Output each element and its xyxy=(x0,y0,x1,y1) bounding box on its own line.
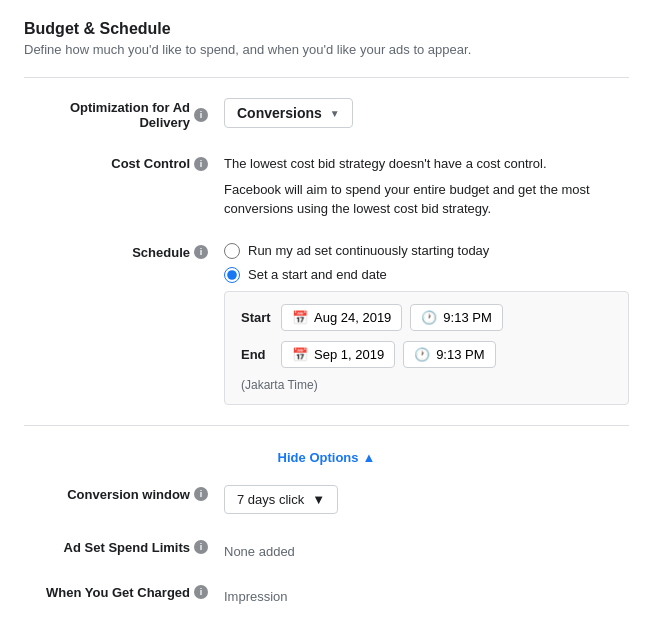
start-clock-icon: 🕐 xyxy=(421,310,437,325)
cost-control-content: The lowest cost bid strategy doesn't hav… xyxy=(224,150,629,219)
schedule-option-dates[interactable]: Set a start and end date xyxy=(224,267,629,283)
end-calendar-icon: 📅 xyxy=(292,347,308,362)
section-title: Budget & Schedule xyxy=(24,20,629,38)
optimization-label: Optimization for Ad Delivery i xyxy=(24,94,224,130)
conversion-window-arrow: ▼ xyxy=(312,492,325,507)
conversion-window-label: Conversion window i xyxy=(24,481,224,502)
optimization-dropdown[interactable]: Conversions ▼ xyxy=(224,98,353,128)
hide-options-row: Hide Options ▲ xyxy=(24,442,629,481)
hide-options-arrow: ▲ xyxy=(363,450,376,465)
ad-spend-limits-label: Ad Set Spend Limits i xyxy=(24,534,224,555)
middle-divider xyxy=(24,425,629,426)
cost-control-text: The lowest cost bid strategy doesn't hav… xyxy=(224,154,629,219)
end-date-row: End 📅 Sep 1, 2019 🕐 9:13 PM xyxy=(241,341,612,368)
main-container: Budget & Schedule Define how much you'd … xyxy=(0,0,653,624)
top-divider xyxy=(24,77,629,78)
start-calendar-icon: 📅 xyxy=(292,310,308,325)
cost-control-row: Cost Control i The lowest cost bid strat… xyxy=(24,150,629,219)
conversion-window-row: Conversion window i 7 days click ▼ xyxy=(24,481,629,514)
optimization-info-icon[interactable]: i xyxy=(194,108,208,122)
cost-control-info-icon[interactable]: i xyxy=(194,157,208,171)
conversion-window-dropdown[interactable]: 7 days click ▼ xyxy=(224,485,338,514)
timezone-note: (Jakarta Time) xyxy=(241,378,612,392)
end-label: End xyxy=(241,347,281,362)
cost-control-label: Cost Control i xyxy=(24,150,224,171)
start-date-field[interactable]: 📅 Aug 24, 2019 xyxy=(281,304,402,331)
schedule-option-continuous[interactable]: Run my ad set continuously starting toda… xyxy=(224,243,629,259)
optimization-dropdown-arrow: ▼ xyxy=(330,108,340,119)
when-charged-label: When You Get Charged i xyxy=(24,579,224,600)
schedule-date-box: Start 📅 Aug 24, 2019 🕐 9:13 PM End 📅 Sep… xyxy=(224,291,629,405)
conversion-window-info-icon[interactable]: i xyxy=(194,487,208,501)
conversion-window-content: 7 days click ▼ xyxy=(224,481,629,514)
schedule-label: Schedule i xyxy=(24,239,224,260)
schedule-content: Run my ad set continuously starting toda… xyxy=(224,239,629,405)
ad-spend-limits-value: None added xyxy=(224,538,629,559)
schedule-info-icon[interactable]: i xyxy=(194,245,208,259)
section-header: Budget & Schedule Define how much you'd … xyxy=(24,20,629,57)
start-label: Start xyxy=(241,310,281,325)
schedule-row: Schedule i Run my ad set continuously st… xyxy=(24,239,629,405)
when-charged-info-icon[interactable]: i xyxy=(194,585,208,599)
ad-spend-limits-content: None added xyxy=(224,534,629,559)
when-charged-value: Impression xyxy=(224,583,629,604)
schedule-dates-radio[interactable] xyxy=(224,267,240,283)
ad-spend-limits-info-icon[interactable]: i xyxy=(194,540,208,554)
start-date-row: Start 📅 Aug 24, 2019 🕐 9:13 PM xyxy=(241,304,612,331)
hide-options-link[interactable]: Hide Options ▲ xyxy=(278,450,376,465)
start-time-field[interactable]: 🕐 9:13 PM xyxy=(410,304,502,331)
optimization-content: Conversions ▼ xyxy=(224,94,629,128)
ad-spend-limits-row: Ad Set Spend Limits i None added xyxy=(24,534,629,559)
optimization-row: Optimization for Ad Delivery i Conversio… xyxy=(24,94,629,130)
schedule-continuous-radio[interactable] xyxy=(224,243,240,259)
end-time-field[interactable]: 🕐 9:13 PM xyxy=(403,341,495,368)
when-charged-row: When You Get Charged i Impression xyxy=(24,579,629,604)
end-clock-icon: 🕐 xyxy=(414,347,430,362)
section-subtitle: Define how much you'd like to spend, and… xyxy=(24,42,629,57)
when-charged-content: Impression xyxy=(224,579,629,604)
end-date-field[interactable]: 📅 Sep 1, 2019 xyxy=(281,341,395,368)
